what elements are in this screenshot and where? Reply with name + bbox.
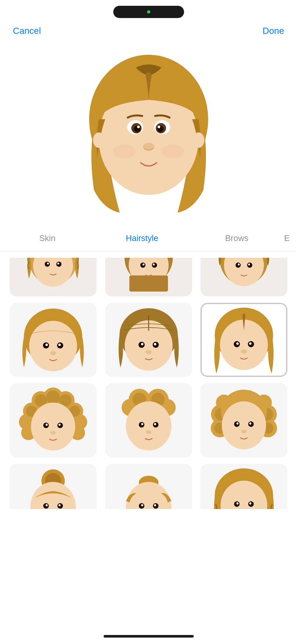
tab-brows[interactable]: Brows xyxy=(190,230,284,246)
svg-point-48 xyxy=(145,350,152,354)
hairstyle-grid xyxy=(0,251,297,522)
svg-point-27 xyxy=(153,264,155,265)
hair-cell-h10[interactable] xyxy=(10,464,97,509)
svg-point-110 xyxy=(46,504,48,506)
hair-cell-h3[interactable] xyxy=(200,258,287,296)
svg-point-39 xyxy=(58,343,61,346)
svg-point-85 xyxy=(141,423,143,425)
svg-point-35 xyxy=(29,321,77,371)
svg-point-67 xyxy=(46,390,60,404)
hair-row-partial-top xyxy=(10,258,287,296)
svg-point-19 xyxy=(47,263,49,264)
svg-point-29 xyxy=(224,258,264,286)
svg-point-20 xyxy=(57,263,59,264)
svg-point-14 xyxy=(193,132,204,148)
tab-hairstyle[interactable]: Hairstyle xyxy=(95,230,189,246)
svg-point-103 xyxy=(249,422,252,425)
svg-point-86 xyxy=(154,423,156,425)
hair-row-3 xyxy=(10,383,287,457)
hair-row-2 xyxy=(10,303,287,377)
svg-point-118 xyxy=(154,504,156,506)
tab-skin[interactable]: Skin xyxy=(0,230,95,246)
dynamic-island xyxy=(113,6,184,18)
hair-cell-h8[interactable] xyxy=(105,383,192,457)
camera-dot xyxy=(147,10,150,14)
svg-point-38 xyxy=(45,343,48,346)
svg-point-82 xyxy=(126,401,171,451)
home-indicator xyxy=(104,635,194,638)
svg-point-107 xyxy=(30,482,76,509)
svg-point-12 xyxy=(162,144,184,159)
svg-point-8 xyxy=(137,126,140,128)
done-button[interactable]: Done xyxy=(263,26,284,36)
hair-cell-h4[interactable] xyxy=(10,303,97,377)
svg-point-70 xyxy=(31,403,75,451)
svg-point-102 xyxy=(237,422,239,425)
svg-point-75 xyxy=(50,431,56,434)
svg-point-33 xyxy=(248,264,250,265)
svg-point-16 xyxy=(33,258,73,287)
tab-more-partial: E xyxy=(284,230,297,246)
hair-cell-h7[interactable] xyxy=(10,383,97,457)
svg-rect-23 xyxy=(129,275,168,292)
hair-row-partial-bottom xyxy=(10,464,287,509)
tab-bar: Skin Hairstyle Brows E xyxy=(0,226,297,251)
memoji-display xyxy=(78,55,219,216)
svg-point-124 xyxy=(237,502,239,505)
svg-point-111 xyxy=(59,504,61,506)
svg-point-104 xyxy=(241,430,246,433)
hair-cell-h1[interactable] xyxy=(10,258,97,296)
svg-point-32 xyxy=(238,264,240,265)
svg-point-53 xyxy=(236,342,239,345)
svg-point-13 xyxy=(93,132,105,148)
svg-point-9 xyxy=(158,126,160,128)
svg-point-125 xyxy=(249,502,252,505)
svg-point-47 xyxy=(154,343,156,346)
svg-point-11 xyxy=(113,144,136,159)
hair-cell-h11[interactable] xyxy=(105,464,192,509)
svg-point-40 xyxy=(50,351,56,355)
hair-cell-h5[interactable] xyxy=(105,303,192,377)
svg-point-74 xyxy=(59,424,61,426)
svg-point-99 xyxy=(222,401,266,449)
svg-point-55 xyxy=(241,350,247,354)
hair-cell-h9[interactable] xyxy=(200,383,287,457)
header: Cancel Done xyxy=(0,26,297,36)
svg-point-87 xyxy=(146,430,151,434)
svg-point-46 xyxy=(141,343,144,346)
svg-point-117 xyxy=(141,504,143,506)
hair-cell-h2[interactable] xyxy=(105,258,192,296)
hair-cell-h12[interactable] xyxy=(200,464,287,509)
svg-point-26 xyxy=(143,264,144,265)
avatar-preview xyxy=(0,45,297,226)
svg-point-73 xyxy=(46,424,48,426)
cancel-button[interactable]: Cancel xyxy=(13,26,41,36)
svg-point-54 xyxy=(249,342,252,345)
hair-cell-h6[interactable] xyxy=(200,303,287,377)
